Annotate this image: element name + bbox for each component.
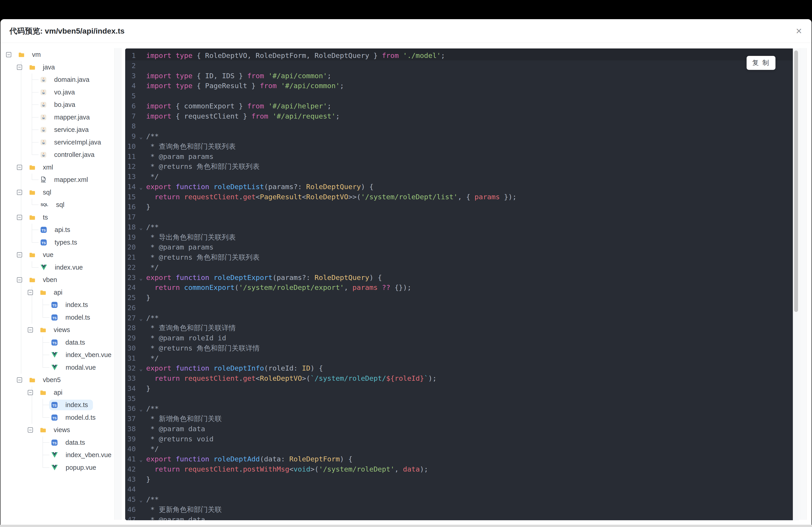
code-line: 13 */ bbox=[125, 171, 793, 182]
line-number: 4 bbox=[125, 81, 136, 91]
code-text: * 新增角色和部门关联 bbox=[146, 415, 222, 423]
close-icon[interactable]: × bbox=[793, 25, 805, 37]
line-number: 9 bbox=[125, 131, 136, 141]
folder-icon bbox=[40, 390, 46, 395]
tree-item-model.ts[interactable]: TSmodel.ts bbox=[4, 311, 114, 324]
tree-item-popup.vue[interactable]: popup.vue bbox=[4, 462, 114, 474]
tree-item-data.ts[interactable]: TSdata.ts bbox=[4, 336, 114, 349]
copy-button[interactable]: 复 制 bbox=[746, 56, 775, 70]
tree-item-ts[interactable]: ts bbox=[4, 211, 114, 224]
fold-chevron-icon[interactable]: ⌄ bbox=[136, 495, 146, 505]
line-number: 8 bbox=[125, 121, 136, 131]
code-line: 40 */ bbox=[125, 444, 793, 454]
fold-chevron-icon[interactable]: ⌄ bbox=[136, 364, 146, 374]
tree-collapse-toggle-icon[interactable] bbox=[17, 277, 22, 283]
code-line: 43} bbox=[125, 474, 793, 484]
tree-item-serviceImpl.java[interactable]: serviceImpl.java bbox=[4, 136, 114, 149]
code-line: 33 return requestClient.get<RoleDeptVO>(… bbox=[125, 373, 793, 383]
code-text: /** bbox=[146, 404, 159, 412]
tree-collapse-toggle-icon[interactable] bbox=[28, 290, 33, 295]
tree-item-sql[interactable]: sql bbox=[4, 186, 114, 199]
tree-item-mapper.java[interactable]: mapper.java bbox=[4, 111, 114, 124]
code-line: 36⌄/** bbox=[125, 404, 793, 413]
line-number: 33 bbox=[125, 373, 136, 383]
tree-collapse-toggle-icon[interactable] bbox=[17, 252, 22, 257]
line-number: 17 bbox=[125, 212, 136, 222]
tree-collapse-toggle-icon[interactable] bbox=[6, 52, 11, 57]
code-line: 6import { commonExport } from '#/api/hel… bbox=[125, 101, 793, 111]
tree-item-vben[interactable]: vben bbox=[4, 274, 114, 286]
tree-item-sql[interactable]: SQLsql bbox=[4, 199, 114, 211]
tree-collapse-toggle-icon[interactable] bbox=[17, 377, 22, 382]
tree-indent-guide bbox=[21, 236, 21, 249]
tree-item-label: vben5 bbox=[43, 376, 61, 383]
page-horizontal-scrollbar[interactable] bbox=[0, 525, 812, 527]
line-number: 7 bbox=[125, 111, 136, 121]
tree-collapse-toggle-icon[interactable] bbox=[28, 427, 33, 433]
tree-indent-guide bbox=[21, 261, 21, 274]
line-number: 45 bbox=[125, 494, 136, 505]
tree-item-views[interactable]: views bbox=[4, 424, 114, 436]
tree-item-java[interactable]: java bbox=[4, 61, 114, 74]
code-text: import { commonExport } from '#/api/help… bbox=[146, 102, 331, 110]
tree-collapse-toggle-icon[interactable] bbox=[28, 327, 33, 332]
fold-chevron-icon[interactable]: ⌄ bbox=[136, 455, 146, 465]
fold-chevron-icon[interactable]: ⌄ bbox=[136, 273, 146, 283]
tree-item-domain.java[interactable]: domain.java bbox=[4, 74, 114, 86]
code-line: 47 * @param data bbox=[125, 515, 793, 521]
tree-collapse-toggle-icon[interactable] bbox=[17, 65, 22, 70]
code-text: export function roleDeptExport(params?: … bbox=[146, 273, 382, 282]
line-number: 11 bbox=[125, 151, 136, 162]
line-number: 2 bbox=[125, 61, 136, 71]
tree-collapse-toggle-icon[interactable] bbox=[17, 190, 22, 195]
tree-collapse-toggle-icon[interactable] bbox=[17, 165, 22, 170]
fold-chevron-icon[interactable]: ⌄ bbox=[136, 314, 146, 324]
tree-item-modal.vue[interactable]: modal.vue bbox=[4, 361, 114, 374]
tree-item-model.d.ts[interactable]: TSmodel.d.ts bbox=[4, 411, 114, 424]
tree-item-api[interactable]: api bbox=[4, 386, 114, 399]
code-panel: 1import type { RoleDeptVO, RoleDeptForm,… bbox=[125, 48, 799, 520]
fold-chevron-icon[interactable]: ⌄ bbox=[136, 223, 146, 233]
tree-item-data.ts[interactable]: TSdata.ts bbox=[4, 436, 114, 449]
tree-item-service.java[interactable]: service.java bbox=[4, 123, 114, 136]
code-lines: 1import type { RoleDeptVO, RoleDeptForm,… bbox=[125, 50, 793, 520]
line-number: 39 bbox=[125, 434, 136, 444]
tree-item-vm[interactable]: vm bbox=[4, 48, 114, 61]
code-line: 46 * 更新角色和部门关联 bbox=[125, 505, 793, 515]
tree-connector bbox=[32, 117, 39, 118]
tree-item-api[interactable]: api bbox=[4, 286, 114, 299]
tree-item-index.ts[interactable]: TSindex.ts bbox=[4, 299, 114, 311]
tree-item-label: model.ts bbox=[66, 314, 90, 321]
tree-item-index.ts[interactable]: TSindex.ts bbox=[4, 399, 114, 411]
code-scrollbar[interactable] bbox=[793, 48, 799, 520]
tree-item-index_vben.vue[interactable]: index_vben.vue bbox=[4, 449, 114, 462]
tree-item-views[interactable]: views bbox=[4, 324, 114, 336]
code-text: /** bbox=[146, 314, 159, 322]
tree-item-vo.java[interactable]: vo.java bbox=[4, 86, 114, 99]
code-text: */ bbox=[146, 172, 159, 181]
tree-item-api.ts[interactable]: TSapi.ts bbox=[4, 224, 114, 236]
tree-item-xml[interactable]: xml bbox=[4, 161, 114, 174]
line-number: 20 bbox=[125, 242, 136, 252]
modal-scrollbar[interactable] bbox=[800, 48, 807, 520]
tree-item-types.ts[interactable]: TStypes.ts bbox=[4, 236, 114, 249]
tree-item-index_vben.vue[interactable]: index_vben.vue bbox=[4, 349, 114, 361]
tree-item-label: vue bbox=[43, 251, 54, 258]
fold-chevron-icon[interactable]: ⌄ bbox=[136, 404, 146, 414]
tree-collapse-toggle-icon[interactable] bbox=[28, 390, 33, 395]
fold-chevron-icon[interactable]: ⌄ bbox=[136, 132, 146, 142]
tree-item-controller.java[interactable]: controller.java bbox=[4, 149, 114, 161]
tree-scrollbar[interactable] bbox=[114, 48, 121, 520]
code-text: import { requestClient } from '#/api/req… bbox=[146, 112, 340, 120]
tree-item-mapper.xml[interactable]: XMLmapper.xml bbox=[4, 174, 114, 186]
tree-item-vben5[interactable]: vben5 bbox=[4, 374, 114, 386]
code-preview-modal: 代码预览: vm/vben5/api/index.ts × vmjavadoma… bbox=[0, 19, 812, 527]
code-line: 15 return requestClient.get<PageResult<R… bbox=[125, 192, 793, 202]
tree-item-bo.java[interactable]: bo.java bbox=[4, 99, 114, 111]
fold-chevron-icon[interactable]: ⌄ bbox=[136, 182, 146, 193]
code-scrollbar-thumb[interactable] bbox=[794, 50, 798, 312]
code-line: 11 * @param params bbox=[125, 151, 793, 162]
tree-item-vue[interactable]: vue bbox=[4, 249, 114, 261]
tree-item-index.vue[interactable]: index.vue bbox=[4, 261, 114, 274]
tree-collapse-toggle-icon[interactable] bbox=[17, 215, 22, 220]
